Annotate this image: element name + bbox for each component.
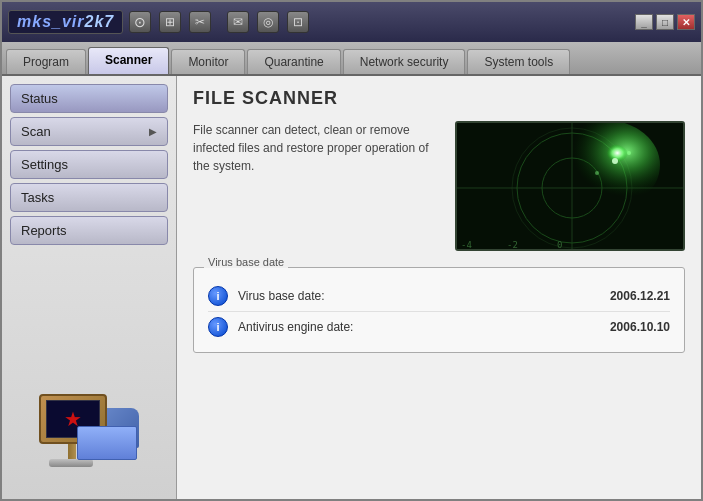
info-icon-1: i (208, 286, 228, 306)
sidebar: Status Scan ▶ Settings Tasks Reports (2, 76, 177, 499)
svg-point-7 (594, 144, 630, 174)
app-logo: mks_vir2k7 (8, 10, 123, 34)
virus-base-label-2: Antivirus engine date: (238, 320, 600, 334)
toolbar-icon-5[interactable]: ◎ (257, 11, 279, 33)
virus-base-legend: Virus base date (204, 256, 288, 268)
toolbar-icons: ⊙ ⊞ ✂ ✉ ◎ ⊡ (129, 11, 309, 33)
sidebar-label-tasks: Tasks (21, 190, 54, 205)
tab-scanner[interactable]: Scanner (88, 47, 169, 74)
monitor-stand-shape (68, 442, 76, 460)
svg-text:0: 0 (557, 240, 562, 250)
svg-point-9 (627, 151, 631, 155)
tab-quarantine[interactable]: Quarantine (247, 49, 340, 74)
content-area: Status Scan ▶ Settings Tasks Reports (2, 76, 701, 499)
sidebar-item-scan[interactable]: Scan ▶ (10, 117, 168, 146)
virus-base-value-1: 2006.12.21 (610, 289, 670, 303)
maximize-button[interactable]: □ (656, 14, 674, 30)
virus-base-section: Virus base date i Virus base date: 2006.… (193, 267, 685, 353)
sidebar-label-status: Status (21, 91, 58, 106)
tabbar: Program Scanner Monitor Quarantine Netwo… (2, 42, 701, 76)
info-icon-text-1: i (216, 290, 219, 302)
logo-text: mks_vir (17, 13, 85, 30)
sidebar-arrow-scan: ▶ (149, 126, 157, 137)
decorative-icon: ★ (29, 386, 149, 481)
folder-front-shape (77, 426, 137, 460)
titlebar: mks_vir2k7 ⊙ ⊞ ✂ ✉ ◎ ⊡ _ □ ✕ (2, 2, 701, 42)
tab-network-security[interactable]: Network security (343, 49, 466, 74)
sidebar-bottom: ★ (10, 249, 168, 491)
sidebar-item-reports[interactable]: Reports (10, 216, 168, 245)
toolbar-icon-2[interactable]: ⊞ (159, 11, 181, 33)
sidebar-label-settings: Settings (21, 157, 68, 172)
app-title: mks_vir2k7 (17, 13, 114, 30)
close-button[interactable]: ✕ (677, 14, 695, 30)
sidebar-label-reports: Reports (21, 223, 67, 238)
info-icon-2: i (208, 317, 228, 337)
titlebar-left: mks_vir2k7 ⊙ ⊞ ✂ ✉ ◎ ⊡ (8, 10, 309, 34)
panel-body: File scanner can detect, clean or remove… (193, 121, 685, 251)
panel-title: File Scanner (193, 88, 685, 109)
toolbar-icon-1[interactable]: ⊙ (129, 11, 151, 33)
virus-base-row-2: i Antivirus engine date: 2006.10.10 (208, 311, 670, 342)
panel-description: File scanner can detect, clean or remove… (193, 121, 439, 251)
virus-base-label-1: Virus base date: (238, 289, 600, 303)
radar-display: -4 -2 0 (455, 121, 685, 251)
sidebar-item-status[interactable]: Status (10, 84, 168, 113)
toolbar-icon-3[interactable]: ✂ (189, 11, 211, 33)
svg-text:-2: -2 (507, 240, 518, 250)
virus-base-row-1: i Virus base date: 2006.12.21 (208, 281, 670, 311)
svg-point-10 (595, 171, 599, 175)
radar-svg: -4 -2 0 (457, 123, 685, 251)
tab-system-tools[interactable]: System tools (467, 49, 570, 74)
tab-monitor[interactable]: Monitor (171, 49, 245, 74)
svg-text:-4: -4 (461, 240, 472, 250)
main-panel: File Scanner File scanner can detect, cl… (177, 76, 701, 499)
logo-suffix: 2k7 (85, 13, 115, 30)
sidebar-label-scan: Scan (21, 124, 51, 139)
monitor-base-shape (49, 459, 93, 467)
virus-base-legend-container: Virus base date (208, 260, 670, 275)
sidebar-item-tasks[interactable]: Tasks (10, 183, 168, 212)
sidebar-item-settings[interactable]: Settings (10, 150, 168, 179)
minimize-button[interactable]: _ (635, 14, 653, 30)
window-controls: _ □ ✕ (635, 14, 695, 30)
toolbar-icon-4[interactable]: ✉ (227, 11, 249, 33)
main-window: mks_vir2k7 ⊙ ⊞ ✂ ✉ ◎ ⊡ _ □ ✕ Program Sca… (0, 0, 703, 501)
tab-program[interactable]: Program (6, 49, 86, 74)
virus-base-value-2: 2006.10.10 (610, 320, 670, 334)
info-icon-text-2: i (216, 321, 219, 333)
toolbar-icon-6[interactable]: ⊡ (287, 11, 309, 33)
svg-point-8 (612, 158, 618, 164)
